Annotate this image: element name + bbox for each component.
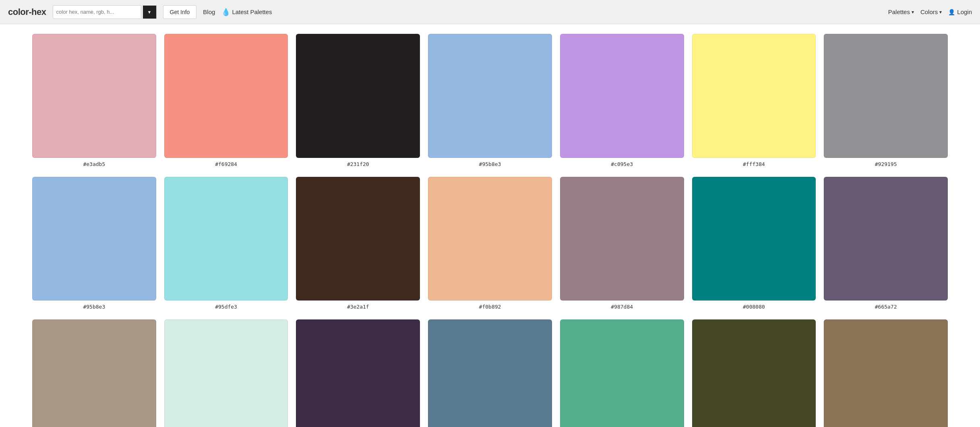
color-swatch [560,319,684,427]
color-item[interactable]: #95b8e3 [428,34,552,167]
color-hex-label: #95b8e3 [83,304,105,310]
color-swatch [296,319,420,427]
color-item[interactable]: #665a72 [824,177,948,310]
blog-link[interactable]: Blog [203,8,215,15]
latest-palettes-link[interactable]: 💧 Latest Palettes [221,8,272,17]
drop-icon: 💧 [221,8,230,17]
color-item[interactable]: #929195 [824,34,948,167]
color-item[interactable]: #95b8e3 [32,177,156,310]
color-swatch [560,34,684,158]
color-swatch [164,34,288,158]
main-content: #e3adb5#f69284#231f20#95b8e3#c095e3#fff3… [0,24,980,427]
color-hex-label: #c095e3 [611,161,633,167]
color-swatch [692,177,816,301]
color-swatch [32,319,156,427]
palettes-dropdown[interactable]: Palettes [888,8,914,15]
color-item[interactable]: #e3adb5 [32,34,156,167]
color-grid: #e3adb5#f69284#231f20#95b8e3#c095e3#fff3… [32,34,948,427]
color-item[interactable]: #008080 [692,177,816,310]
search-wrapper: ▼ [53,5,157,19]
color-hex-label: #987d84 [611,304,633,310]
logo[interactable]: color-hex [8,7,46,17]
color-hex-label: #f69284 [215,161,237,167]
person-icon [948,8,955,15]
color-swatch [692,319,816,427]
color-swatch [692,34,816,158]
color-swatch [296,34,420,158]
color-item[interactable]: #d5ede6 [164,319,288,427]
color-preview-button[interactable]: ▼ [143,5,157,19]
color-item[interactable]: #987d84 [560,177,684,310]
color-swatch [296,177,420,301]
color-hex-label: #3e2a1f [347,304,369,310]
color-item[interactable]: #3e2a1f [296,177,420,310]
color-item[interactable]: #f69284 [164,34,288,167]
color-item[interactable]: #8b7355 [824,319,948,427]
color-item[interactable]: #587a8f [428,319,552,427]
colors-dropdown[interactable]: Colors [920,8,942,15]
color-swatch [164,177,288,301]
color-swatch [428,34,552,158]
color-item[interactable]: #c095e3 [560,34,684,167]
color-hex-label: #f0b892 [479,304,501,310]
color-item[interactable]: #454727 [692,319,816,427]
get-info-button[interactable]: Get Info [163,5,197,19]
color-item[interactable]: #53af8b [560,319,684,427]
color-swatch [824,177,948,301]
color-hex-label: #95dfe3 [215,304,237,310]
color-hex-label: #e3adb5 [83,161,105,167]
color-hex-label: #fff384 [743,161,765,167]
login-link[interactable]: Login [948,8,972,15]
color-item[interactable]: #a99887 [32,319,156,427]
color-swatch [428,319,552,427]
color-hex-label: #665a72 [875,304,897,310]
color-hex-label: #95b8e3 [479,161,501,167]
color-swatch [32,34,156,158]
color-swatch [32,177,156,301]
color-swatch [824,34,948,158]
color-item[interactable]: #95dfe3 [164,177,288,310]
color-swatch [560,177,684,301]
color-item[interactable]: #fff384 [692,34,816,167]
color-hex-label: #008080 [743,304,765,310]
color-swatch [428,177,552,301]
color-swatch [164,319,288,427]
color-item[interactable]: #f0b892 [428,177,552,310]
color-hex-label: #231f20 [347,161,369,167]
header: color-hex ▼ Get Info Blog 💧 Latest Palet… [0,0,980,24]
color-hex-label: #929195 [875,161,897,167]
color-item[interactable]: #231f20 [296,34,420,167]
color-item[interactable]: #3f2b44 [296,319,420,427]
search-input[interactable] [53,5,141,19]
color-swatch [824,319,948,427]
